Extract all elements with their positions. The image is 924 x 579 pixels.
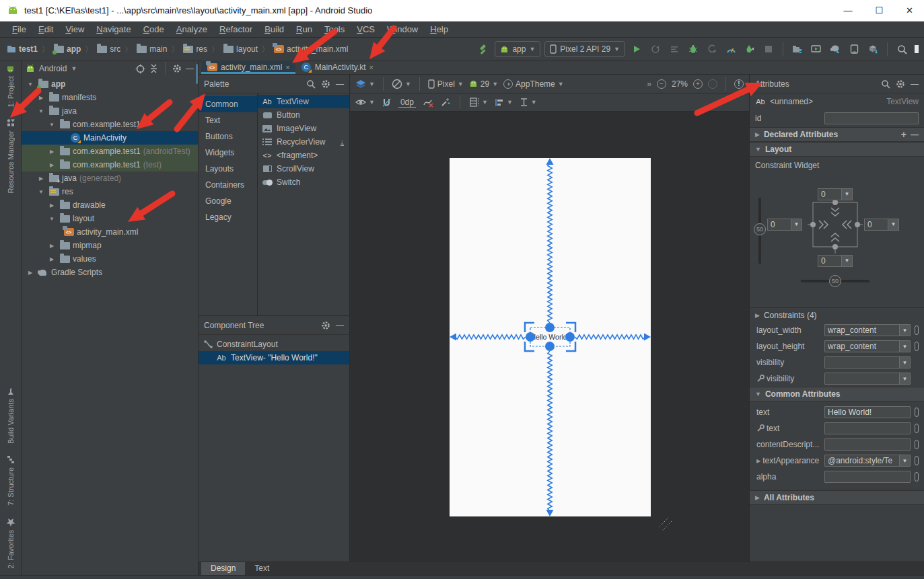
gear-icon[interactable] xyxy=(321,321,330,330)
apply-changes-button[interactable] xyxy=(648,42,663,56)
margin-top-select[interactable]: 0▼ xyxy=(818,188,853,200)
close-button[interactable]: ✕ xyxy=(906,5,913,15)
palette-category-widgets[interactable]: Widgets xyxy=(199,145,257,161)
tree-item-java[interactable]: ▼java xyxy=(22,104,198,118)
menu-edit[interactable]: Edit xyxy=(33,23,59,36)
palette-item-textview[interactable]: AbTextView xyxy=(258,95,349,108)
add-attribute-button[interactable]: + xyxy=(901,129,907,140)
section-layout[interactable]: ▼ Layout xyxy=(750,142,924,157)
build-hammer-icon[interactable] xyxy=(476,42,491,56)
expand-arrow[interactable]: ▼ xyxy=(36,189,46,195)
hide-panel-icon[interactable]: — xyxy=(911,79,919,89)
section-all-attributes[interactable]: ▶ All Attributes xyxy=(750,490,924,505)
tree-item-activity-main-xml[interactable]: <>activity_main.xml xyxy=(22,225,198,239)
menu-file[interactable]: File xyxy=(7,23,32,36)
margin-right-select[interactable]: 0▼ xyxy=(864,219,899,231)
palette-category-common[interactable]: Common xyxy=(199,96,257,112)
project-view-select[interactable]: Android xyxy=(39,64,67,73)
default-margin-select[interactable]: 0dp xyxy=(398,98,416,108)
zoom-to-fit-icon[interactable]: ◌ xyxy=(708,79,717,89)
section-common-attributes[interactable]: ▼ Common Attributes xyxy=(750,387,924,401)
search-everywhere-icon[interactable] xyxy=(894,42,909,56)
chevron-down-icon[interactable]: ▼ xyxy=(841,189,852,200)
tree-item-package-test[interactable]: ▶com.example.test1(test) xyxy=(22,158,198,171)
pick-resource-button[interactable] xyxy=(915,472,919,481)
visibility-select[interactable]: ▼ xyxy=(824,356,911,369)
menu-refactor[interactable]: Refactor xyxy=(214,23,258,36)
avd-manager-button[interactable] xyxy=(809,42,824,56)
api-version-select[interactable]: 29 ▼ xyxy=(469,79,498,89)
issues-icon[interactable]: ! xyxy=(734,79,744,89)
gear-icon[interactable] xyxy=(896,79,905,89)
expand-arrow[interactable]: ▶ xyxy=(36,95,46,101)
tree-item-mainactivity[interactable]: CMainActivity xyxy=(22,131,198,145)
stop-button[interactable] xyxy=(761,42,776,56)
tools-text-input[interactable] xyxy=(824,422,911,434)
chevron-down-icon[interactable]: ▼ xyxy=(888,219,898,230)
locate-file-icon[interactable] xyxy=(135,64,145,74)
expand-arrow[interactable]: ▶ xyxy=(36,176,46,182)
search-icon[interactable] xyxy=(306,79,316,89)
tab-activity-main-xml[interactable]: <> activity_main.xml × xyxy=(201,61,295,74)
palette-item-button[interactable]: Button xyxy=(258,108,349,122)
tree-item-app[interactable]: ▼app xyxy=(22,77,198,91)
expand-arrow[interactable]: ▶ xyxy=(47,149,57,155)
breadcrumb-file[interactable]: <>activity_main.xml xyxy=(272,43,349,55)
breadcrumb-layout[interactable]: layout xyxy=(221,43,259,55)
expand-arrow[interactable]: ▶ xyxy=(47,243,57,249)
hide-panel-icon[interactable]: — xyxy=(186,64,194,73)
tree-item-package-androidtest[interactable]: ▶com.example.test1(androidTest) xyxy=(22,145,198,158)
constraint-anchor-left[interactable] xyxy=(526,332,535,342)
tree-item-res[interactable]: ▼res xyxy=(22,185,198,198)
pick-resource-button[interactable] xyxy=(915,408,919,417)
hide-panel-icon[interactable]: — xyxy=(336,79,344,89)
horizontal-bias-slider[interactable]: 50 xyxy=(829,275,841,287)
tool-button-structure[interactable]: 7: Structure xyxy=(7,456,15,506)
chevron-down-icon[interactable]: ▼ xyxy=(791,219,802,230)
run-button[interactable] xyxy=(629,42,644,56)
id-input[interactable] xyxy=(824,112,919,124)
pick-resource-button[interactable] xyxy=(915,342,919,351)
design-surface-select[interactable]: ▼ xyxy=(355,79,375,89)
device-file-explorer-button[interactable] xyxy=(790,42,805,56)
gradle-sync-button[interactable] xyxy=(828,42,843,56)
pick-resource-button[interactable] xyxy=(915,456,919,465)
tree-item-java-generated[interactable]: ▶java(generated) xyxy=(22,171,198,185)
palette-item-recyclerview[interactable]: RecyclerView↓ xyxy=(258,135,349,149)
palette-item-imageview[interactable]: ImageView xyxy=(258,122,349,135)
tree-item-drawable[interactable]: ▶drawable xyxy=(22,198,198,212)
pick-resource-button[interactable] xyxy=(915,325,919,335)
debug-button[interactable] xyxy=(686,42,701,56)
theme-select[interactable]: ◑ AppTheme ▼ xyxy=(503,79,564,89)
palette-item-scrollview[interactable]: ScrollView xyxy=(258,162,349,176)
expand-arrow[interactable]: ▶ xyxy=(47,256,57,262)
menu-help[interactable]: Help xyxy=(425,23,454,36)
pack-menu[interactable]: ▼ xyxy=(520,98,537,107)
chevron-down-icon[interactable]: ▼ xyxy=(841,256,852,266)
expand-arrow[interactable]: ▶ xyxy=(47,202,57,208)
tree-item-manifests[interactable]: ▶manifests xyxy=(22,91,198,104)
chevron-down-icon[interactable]: ▼ xyxy=(899,373,910,384)
canvas-resize-handle[interactable] xyxy=(656,515,674,533)
text-input[interactable]: Hello World! xyxy=(824,406,911,418)
tree-item-gradle-scripts[interactable]: ▶Gradle Scripts xyxy=(22,266,198,279)
vertical-bias-slider[interactable]: 50 xyxy=(754,223,766,235)
device-in-editor-select[interactable]: Pixel ▼ xyxy=(428,79,464,89)
autoconnect-toggle[interactable] xyxy=(382,98,392,108)
pick-resource-button[interactable] xyxy=(915,440,919,449)
tree-item-layout[interactable]: ▼layout xyxy=(22,212,198,225)
collapse-all-icon[interactable] xyxy=(149,64,158,73)
chevron-right-icon[interactable]: ▶ xyxy=(756,458,760,464)
menu-navigate[interactable]: Navigate xyxy=(91,23,136,36)
palette-category-google[interactable]: Google xyxy=(199,193,257,209)
breadcrumb-main[interactable]: main xyxy=(135,43,168,55)
run-configuration-select[interactable]: app ▼ xyxy=(495,41,540,57)
hide-panel-icon[interactable]: — xyxy=(336,321,344,330)
gear-icon[interactable] xyxy=(172,64,182,73)
expand-arrow[interactable]: ▼ xyxy=(36,108,46,114)
textview-hello-world[interactable]: Hello World! xyxy=(531,333,569,341)
pick-resource-button[interactable] xyxy=(915,424,919,433)
device-select[interactable]: Pixel 2 API 29 ▼ xyxy=(544,41,625,57)
menu-code[interactable]: Code xyxy=(138,23,170,36)
tool-button-project[interactable]: 1: Project xyxy=(6,65,15,107)
